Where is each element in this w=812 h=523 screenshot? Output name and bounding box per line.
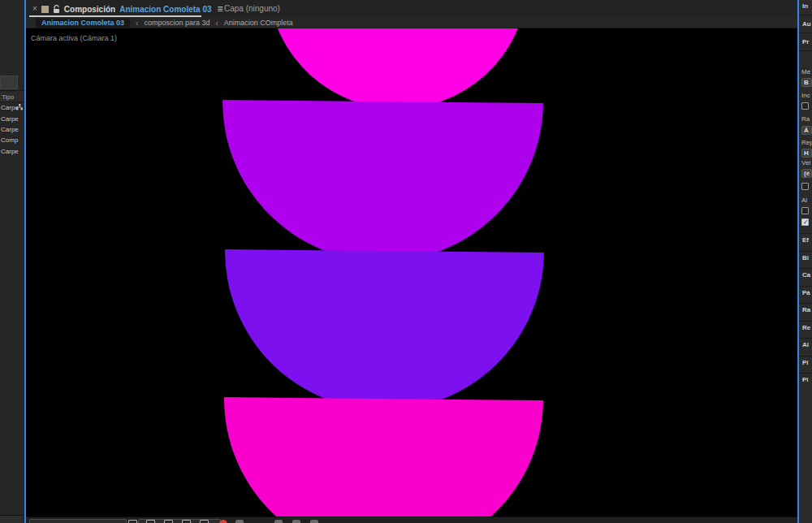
panel-tab-previsualizacion[interactable]: Pr xyxy=(799,38,812,46)
project-item-row[interactable]: Carpe xyxy=(0,147,24,157)
divider xyxy=(799,15,812,15)
project-panel-footer xyxy=(0,515,23,523)
grid-guides-icon[interactable] xyxy=(128,520,137,523)
panel-tabbar: × Composición Animacion Comoleta 03 ≡ Ca… xyxy=(26,0,797,18)
divider xyxy=(799,356,812,357)
active-tab-underline xyxy=(29,15,201,17)
right-dock-sliver: InAuPrMéBIncRaÁRepHVel(éAlEfBiCaPáRaReAl… xyxy=(799,0,812,523)
composition-viewport[interactable]: Cámara activa (Cámara 1) xyxy=(26,28,797,517)
panel-tab-rastreador[interactable]: Ra xyxy=(799,306,812,314)
exposure-icon[interactable] xyxy=(235,520,244,523)
panel-tab-bibliotecas[interactable]: Bi xyxy=(799,254,812,262)
composition-breadcrumb: Animacion Comoleta 03‹composcion para 3d… xyxy=(26,18,797,28)
panel-tab-parrafo[interactable]: Pá xyxy=(799,289,812,297)
show-channel-icon[interactable] xyxy=(219,520,227,523)
preview-dropdown: H xyxy=(799,149,812,158)
panel-tab-pintar[interactable]: Pi xyxy=(799,359,812,367)
preview-dropdown[interactable]: H xyxy=(801,149,812,158)
divider xyxy=(799,373,812,374)
chevron-left-icon: ‹ xyxy=(215,19,218,28)
composition-panel: × Composición Animacion Comoleta 03 ≡ Ca… xyxy=(26,0,797,523)
active-camera-label: Cámara activa (Cámara 1) xyxy=(31,34,117,42)
divider xyxy=(799,251,812,252)
fast-preview-icon[interactable] xyxy=(292,520,300,523)
panel-tab-audio[interactable]: Au xyxy=(799,20,812,28)
timeline-icon[interactable] xyxy=(310,520,318,523)
project-item-type-label: Carpe xyxy=(1,126,19,133)
project-item-row[interactable]: Carpe xyxy=(0,125,24,135)
preview-checkbox-checked[interactable] xyxy=(801,218,809,226)
panel-tab-caracter[interactable]: Ca xyxy=(799,271,812,279)
divider xyxy=(799,32,812,33)
project-item-row[interactable]: Carpe xyxy=(0,115,24,124)
snapshot-icon[interactable] xyxy=(200,520,209,523)
project-panel-sliver: Tipo CarpeCarpeCarpeCompCarpe xyxy=(0,0,24,523)
panel-tab-pinceles[interactable]: Pi xyxy=(799,376,812,384)
project-item-row[interactable]: Carpe xyxy=(0,103,24,113)
region-of-interest-icon[interactable] xyxy=(164,520,173,523)
close-icon[interactable]: × xyxy=(32,5,37,13)
tab-composition-name: Animacion Comoleta 03 xyxy=(119,5,211,14)
magnification-dropdown[interactable] xyxy=(29,519,127,523)
preview-field-label: Ra xyxy=(799,115,812,123)
preview-field-label: Rep xyxy=(799,139,812,147)
preview-field-label: Mé xyxy=(799,68,812,76)
panel-tab-informacion[interactable]: In xyxy=(799,2,812,11)
viewer-toolbar xyxy=(26,517,797,523)
preview-dropdown: B xyxy=(799,78,812,87)
divider xyxy=(799,303,812,304)
sitemap-icon xyxy=(16,104,23,110)
panel-tab-alinear[interactable]: Al xyxy=(799,341,812,349)
preview-dropdown: (é xyxy=(799,169,812,178)
project-column-header-tipo[interactable]: Tipo xyxy=(0,92,24,102)
pixel-aspect-icon[interactable] xyxy=(274,520,283,523)
mask-visibility-icon[interactable] xyxy=(146,520,155,523)
half-disc-4[interactable] xyxy=(222,397,543,517)
tab-kind-label: Composición xyxy=(64,5,115,14)
project-item-type-label: Carpe xyxy=(1,115,19,123)
breadcrumb-comp[interactable]: Animacion COmpleta xyxy=(224,19,293,28)
unlock-icon[interactable] xyxy=(53,5,60,14)
divider xyxy=(799,268,812,269)
breadcrumb-current-comp[interactable]: Animacion Comoleta 03 xyxy=(36,19,130,28)
app-window: Tipo CarpeCarpeCarpeCompCarpe × Composic… xyxy=(0,0,812,523)
project-preview-thumb xyxy=(0,76,18,89)
preview-dropdown: Á xyxy=(799,126,812,135)
divider xyxy=(799,286,812,287)
preview-dropdown[interactable]: Á xyxy=(801,126,812,135)
preview-checkbox[interactable] xyxy=(801,183,809,190)
panel-color-swatch-icon xyxy=(41,6,49,13)
chevron-left-icon: ‹ xyxy=(136,19,138,28)
divider xyxy=(0,90,24,91)
preview-field-label: Inc xyxy=(799,92,812,100)
preview-checkbox[interactable] xyxy=(801,207,809,214)
project-item-row[interactable]: Comp xyxy=(0,136,24,145)
divider xyxy=(799,321,812,322)
project-item-type-label: Comp xyxy=(1,136,18,144)
tab-layer[interactable]: Capa (ninguno) xyxy=(218,0,287,18)
divider xyxy=(799,233,812,234)
preview-checkbox-checked xyxy=(799,218,812,226)
transparency-grid-icon[interactable] xyxy=(182,520,191,523)
preview-field-label: Al xyxy=(799,197,812,205)
half-disc-2[interactable] xyxy=(221,100,543,263)
preview-checkbox xyxy=(799,207,812,214)
preview-checkbox xyxy=(799,183,812,190)
preview-field-label: Vel xyxy=(799,159,812,167)
divider xyxy=(799,50,812,51)
divider xyxy=(799,338,812,339)
panel-tab-re[interactable]: Re xyxy=(799,324,812,332)
preview-dropdown[interactable]: B xyxy=(801,78,812,87)
preview-dropdown[interactable]: (é xyxy=(801,169,812,178)
preview-checkbox[interactable] xyxy=(801,102,809,110)
half-disc-3[interactable] xyxy=(223,249,544,412)
project-item-type-label: Carpe xyxy=(1,148,19,155)
preview-checkbox xyxy=(799,102,812,110)
panel-tab-efectos[interactable]: Ef xyxy=(799,236,812,244)
breadcrumb-comp[interactable]: composcion para 3d xyxy=(144,19,209,28)
